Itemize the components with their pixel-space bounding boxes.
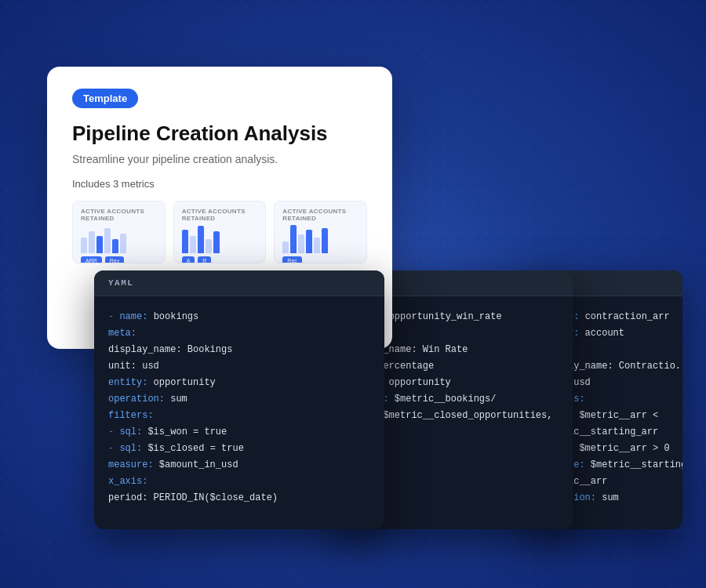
yaml-line: operation: sum <box>108 391 370 408</box>
yaml-line: x_axis: <box>108 474 370 490</box>
yaml-line: entity: opportunity <box>108 375 370 391</box>
yaml-line: meta: <box>108 325 370 342</box>
mini-card-3: Active Accounts Retained Rec <box>274 201 367 263</box>
metrics-label: Includes 3 metrics <box>72 178 367 190</box>
bar <box>89 231 95 253</box>
mini-card-3-bottom: Rec <box>282 256 358 263</box>
bar <box>190 236 196 253</box>
mini-btn: Rev <box>105 256 124 263</box>
yaml-line: display_name: Bookings <box>108 342 370 358</box>
yaml-line: - sql: $is_won = true <box>108 424 370 441</box>
mini-card-1-bottom: ARR Rev <box>81 256 157 263</box>
mini-card-3-title: Active Accounts Retained <box>282 208 358 222</box>
bar <box>96 236 103 253</box>
card-title: Pipeline Creation Analysis <box>72 121 367 147</box>
mini-card-2-bars <box>182 225 258 253</box>
mini-card-2: Active Accounts Retained A R <box>173 201 267 263</box>
yaml-line: filters: <box>108 408 370 424</box>
yaml-line: unit: usd <box>108 358 370 375</box>
bar <box>112 239 118 253</box>
yaml-line: period: PERIOD_IN($close_date) <box>108 490 370 506</box>
bar <box>322 228 328 253</box>
bar <box>314 238 320 253</box>
card-subtitle: Streamline your pipeline creation analys… <box>72 153 367 165</box>
bar <box>290 225 297 253</box>
bar <box>104 228 111 253</box>
mini-card-2-bottom: A R <box>182 256 258 263</box>
yaml-header-1: YAML <box>94 270 384 296</box>
bar <box>282 241 289 253</box>
mini-btn: R <box>198 256 211 263</box>
yaml-line: - name: bookings <box>108 309 370 325</box>
bar <box>306 230 312 253</box>
bar <box>120 234 126 253</box>
bar <box>213 231 220 253</box>
mini-cards-row: Active Accounts Retained ARR Rev Active … <box>72 201 367 263</box>
yaml-line: measure: $amount_in_usd <box>108 457 370 474</box>
bar <box>298 234 304 253</box>
template-badge: Template <box>72 89 138 108</box>
mini-btn: A <box>182 256 195 263</box>
mini-card-2-title: Active Accounts Retained <box>182 208 258 222</box>
mini-btn: ARR <box>81 256 102 263</box>
yaml-line: - sql: $is_closed = true <box>108 441 370 457</box>
mini-card-1: Active Accounts Retained ARR Rev <box>72 201 166 263</box>
bar <box>182 230 188 253</box>
mini-card-3-bars <box>282 225 358 253</box>
mini-card-1-title: Active Accounts Retained <box>81 208 157 222</box>
bar <box>81 238 87 253</box>
mini-btn: Rec <box>282 256 301 263</box>
scene: Template Pipeline Creation Analysis Stre… <box>31 51 675 537</box>
yaml-card-1: YAML - name: bookings meta: display_name… <box>94 270 384 529</box>
yaml-body-1: - name: bookings meta: display_name: Boo… <box>94 296 384 519</box>
bar <box>206 239 212 253</box>
bar <box>198 226 204 253</box>
mini-card-1-bars <box>81 225 157 253</box>
